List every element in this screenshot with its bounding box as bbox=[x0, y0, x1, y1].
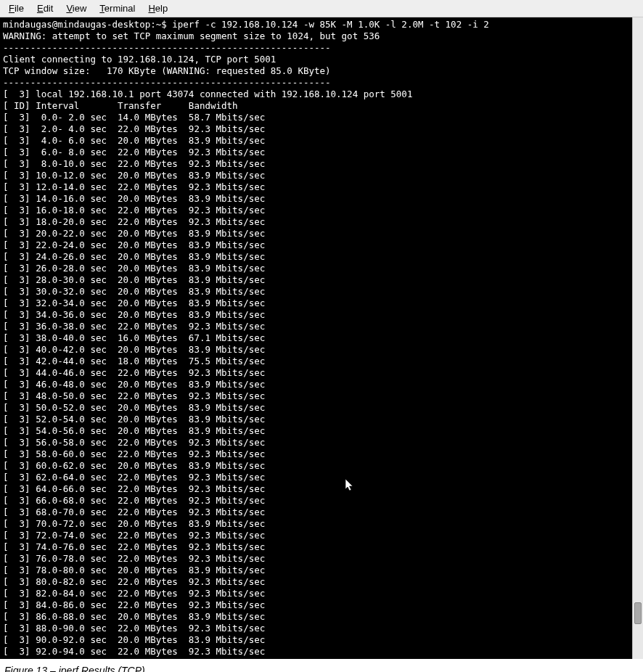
result-row: [ 3] 18.0-20.0 sec 22.0 MBytes 92.3 Mbit… bbox=[3, 216, 629, 228]
prompt-line: mindaugas@mindaugas-desktop:~$ iperf -c … bbox=[3, 19, 629, 30]
result-row: [ 3] 0.0- 2.0 sec 14.0 MBytes 58.7 Mbits… bbox=[3, 112, 629, 123]
terminal-wrap: mindaugas@mindaugas-desktop:~$ iperf -c … bbox=[0, 17, 643, 659]
result-row: [ 3] 84.0-86.0 sec 22.0 MBytes 92.3 Mbit… bbox=[3, 599, 629, 611]
result-row: [ 3] 80.0-82.0 sec 22.0 MBytes 92.3 Mbit… bbox=[3, 576, 629, 588]
command-text: iperf -c 192.168.10.124 -w 85K -M 1.0K -… bbox=[172, 19, 489, 30]
result-row: [ 3] 38.0-40.0 sec 16.0 MBytes 67.1 Mbit… bbox=[3, 332, 629, 344]
result-row: [ 3] 4.0- 6.0 sec 20.0 MBytes 83.9 Mbits… bbox=[3, 135, 629, 147]
result-row: [ 3] 26.0-28.0 sec 20.0 MBytes 83.9 Mbit… bbox=[3, 263, 629, 274]
figure-caption: Figure 13 – iperf Results (TCP) bbox=[0, 659, 643, 672]
result-row: [ 3] 36.0-38.0 sec 22.0 MBytes 92.3 Mbit… bbox=[3, 321, 629, 332]
result-row: [ 3] 32.0-34.0 sec 20.0 MBytes 83.9 Mbit… bbox=[3, 298, 629, 309]
result-row: [ 3] 46.0-48.0 sec 20.0 MBytes 83.9 Mbit… bbox=[3, 379, 629, 390]
result-row: [ 3] 72.0-74.0 sec 22.0 MBytes 92.3 Mbit… bbox=[3, 530, 629, 541]
result-row: [ 3] 86.0-88.0 sec 20.0 MBytes 83.9 Mbit… bbox=[3, 611, 629, 623]
window-size-line: TCP window size: 170 KByte (WARNING: req… bbox=[3, 65, 629, 77]
result-row: [ 3] 28.0-30.0 sec 20.0 MBytes 83.9 Mbit… bbox=[3, 274, 629, 286]
menu-item-terminal[interactable]: Terminal bbox=[94, 1, 141, 15]
local-line: [ 3] local 192.168.10.1 port 43074 conne… bbox=[3, 89, 629, 100]
result-row: [ 3] 56.0-58.0 sec 22.0 MBytes 92.3 Mbit… bbox=[3, 437, 629, 448]
result-row: [ 3] 14.0-16.0 sec 20.0 MBytes 83.9 Mbit… bbox=[3, 193, 629, 205]
result-row: [ 3] 70.0-72.0 sec 20.0 MBytes 83.9 Mbit… bbox=[3, 518, 629, 530]
result-row: [ 3] 78.0-80.0 sec 20.0 MBytes 83.9 Mbit… bbox=[3, 565, 629, 576]
result-row: [ 3] 42.0-44.0 sec 18.0 MBytes 75.5 Mbit… bbox=[3, 356, 629, 367]
shell-prompt: mindaugas@mindaugas-desktop:~$ bbox=[3, 19, 172, 30]
menu-item-file[interactable]: File bbox=[3, 1, 30, 15]
divider-line: ----------------------------------------… bbox=[3, 77, 629, 89]
result-row: [ 3] 24.0-26.0 sec 20.0 MBytes 83.9 Mbit… bbox=[3, 251, 629, 263]
result-row: [ 3] 92.0-94.0 sec 22.0 MBytes 92.3 Mbit… bbox=[3, 646, 629, 657]
result-row: [ 3] 6.0- 8.0 sec 22.0 MBytes 92.3 Mbits… bbox=[3, 147, 629, 158]
result-row: [ 3] 64.0-66.0 sec 22.0 MBytes 92.3 Mbit… bbox=[3, 483, 629, 495]
result-row: [ 3] 8.0-10.0 sec 22.0 MBytes 92.3 Mbits… bbox=[3, 158, 629, 170]
result-row: [ 3] 54.0-56.0 sec 20.0 MBytes 83.9 Mbit… bbox=[3, 425, 629, 437]
result-row: [ 3] 16.0-18.0 sec 22.0 MBytes 92.3 Mbit… bbox=[3, 205, 629, 216]
result-row: [ 3] 12.0-14.0 sec 22.0 MBytes 92.3 Mbit… bbox=[3, 181, 629, 193]
result-row: [ 3] 82.0-84.0 sec 22.0 MBytes 92.3 Mbit… bbox=[3, 588, 629, 599]
result-row: [ 3] 66.0-68.0 sec 22.0 MBytes 92.3 Mbit… bbox=[3, 495, 629, 507]
result-row: [ 3] 68.0-70.0 sec 22.0 MBytes 92.3 Mbit… bbox=[3, 507, 629, 518]
header-line: [ ID] Interval Transfer Bandwidth bbox=[3, 100, 629, 112]
connect-line: Client connecting to 192.168.10.124, TCP… bbox=[3, 54, 629, 65]
result-row: [ 3] 44.0-46.0 sec 22.0 MBytes 92.3 Mbit… bbox=[3, 367, 629, 379]
menu-item-view[interactable]: View bbox=[60, 1, 92, 15]
menu-item-help[interactable]: Help bbox=[142, 1, 173, 15]
result-row: [ 3] 74.0-76.0 sec 22.0 MBytes 92.3 Mbit… bbox=[3, 541, 629, 553]
result-row: [ 3] 48.0-50.0 sec 22.0 MBytes 92.3 Mbit… bbox=[3, 390, 629, 402]
menubar: FileEditViewTerminalHelp bbox=[0, 0, 643, 17]
result-row: [ 3] 90.0-92.0 sec 20.0 MBytes 83.9 Mbit… bbox=[3, 634, 629, 646]
result-row: [ 3] 88.0-90.0 sec 22.0 MBytes 92.3 Mbit… bbox=[3, 623, 629, 634]
result-row: [ 3] 60.0-62.0 sec 20.0 MBytes 83.9 Mbit… bbox=[3, 460, 629, 472]
result-row: [ 3] 20.0-22.0 sec 20.0 MBytes 83.9 Mbit… bbox=[3, 228, 629, 239]
result-row: [ 3] 2.0- 4.0 sec 22.0 MBytes 92.3 Mbits… bbox=[3, 123, 629, 135]
result-row: [ 3] 34.0-36.0 sec 20.0 MBytes 83.9 Mbit… bbox=[3, 309, 629, 321]
result-row: [ 3] 50.0-52.0 sec 20.0 MBytes 83.9 Mbit… bbox=[3, 402, 629, 414]
result-row: [ 3] 76.0-78.0 sec 22.0 MBytes 92.3 Mbit… bbox=[3, 553, 629, 565]
scrollbar-thumb[interactable] bbox=[634, 602, 642, 624]
divider-line: ----------------------------------------… bbox=[3, 42, 629, 54]
warning-line: WARNING: attempt to set TCP maximum segm… bbox=[3, 30, 629, 42]
result-row: [ 3] 62.0-64.0 sec 22.0 MBytes 92.3 Mbit… bbox=[3, 472, 629, 483]
result-row: [ 3] 10.0-12.0 sec 20.0 MBytes 83.9 Mbit… bbox=[3, 170, 629, 181]
scrollbar[interactable] bbox=[632, 17, 643, 659]
result-row: [ 3] 30.0-32.0 sec 20.0 MBytes 83.9 Mbit… bbox=[3, 286, 629, 298]
result-row: [ 3] 40.0-42.0 sec 20.0 MBytes 83.9 Mbit… bbox=[3, 344, 629, 356]
menu-item-edit[interactable]: Edit bbox=[31, 1, 59, 15]
terminal-output[interactable]: mindaugas@mindaugas-desktop:~$ iperf -c … bbox=[0, 17, 632, 659]
result-row: [ 3] 22.0-24.0 sec 20.0 MBytes 83.9 Mbit… bbox=[3, 239, 629, 251]
result-row: [ 3] 52.0-54.0 sec 20.0 MBytes 83.9 Mbit… bbox=[3, 414, 629, 425]
result-row: [ 3] 58.0-60.0 sec 22.0 MBytes 92.3 Mbit… bbox=[3, 448, 629, 460]
